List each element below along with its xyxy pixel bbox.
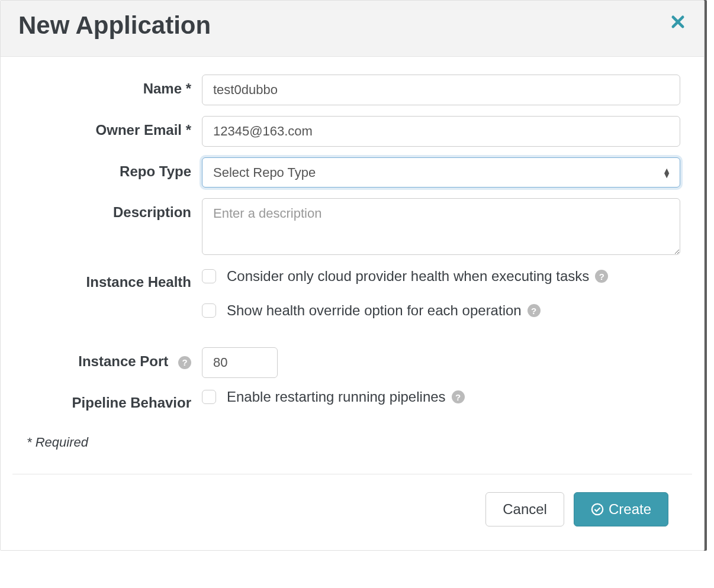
check-text-enable-restart: Enable restarting running pipelines — [227, 389, 446, 405]
help-icon[interactable]: ? — [595, 270, 608, 283]
checkbox-row-enable-restart: Enable restarting running pipelines ? — [202, 389, 680, 405]
owner-email-input[interactable] — [202, 116, 680, 147]
row-description: Description — [24, 198, 680, 257]
row-pipeline-behavior: Pipeline Behavior Enable restarting runn… — [24, 389, 680, 423]
label-instance-health: Instance Health — [24, 268, 202, 290]
help-icon[interactable]: ? — [528, 304, 541, 317]
check-text-cloud-health: Consider only cloud provider health when… — [227, 268, 589, 285]
check-text-show-override: Show health override option for each ope… — [227, 302, 522, 319]
checkbox-enable-restart[interactable] — [202, 390, 216, 404]
row-repo-type: Repo Type Select Repo Type ▲▼ — [24, 157, 680, 188]
help-icon[interactable]: ? — [178, 356, 191, 369]
row-instance-port: Instance Port ? — [24, 347, 680, 378]
row-name: Name * — [24, 75, 680, 105]
checkbox-show-override[interactable] — [202, 303, 216, 318]
label-instance-port: Instance Port ? — [24, 347, 202, 370]
modal-title: New Application — [18, 11, 686, 40]
checkbox-row-show-override: Show health override option for each ope… — [202, 302, 680, 319]
label-description: Description — [24, 198, 202, 221]
checkbox-cloud-health[interactable] — [202, 269, 216, 283]
create-button-label: Create — [609, 501, 651, 518]
repo-type-select[interactable]: Select Repo Type — [202, 157, 680, 188]
label-owner-email: Owner Email * — [24, 116, 202, 138]
label-instance-port-text: Instance Port — [78, 353, 168, 369]
name-input[interactable] — [202, 75, 680, 105]
help-icon[interactable]: ? — [452, 390, 465, 403]
row-owner-email: Owner Email * — [24, 116, 680, 147]
label-name: Name * — [24, 75, 202, 97]
check-label-enable-restart: Enable restarting running pipelines ? — [227, 389, 465, 405]
check-circle-icon — [591, 503, 604, 516]
check-label-show-override: Show health override option for each ope… — [227, 302, 541, 319]
check-label-cloud-health: Consider only cloud provider health when… — [227, 268, 608, 285]
instance-port-input[interactable] — [202, 347, 278, 378]
new-application-modal: New Application Name * Owner Email * Rep… — [0, 0, 705, 551]
modal-header: New Application — [1, 1, 704, 57]
label-repo-type: Repo Type — [24, 157, 202, 180]
modal-footer: Cancel Create — [12, 474, 692, 550]
checkbox-row-cloud-health: Consider only cloud provider health when… — [202, 268, 680, 285]
description-textarea[interactable] — [202, 198, 680, 255]
label-pipeline-behavior: Pipeline Behavior — [24, 389, 202, 411]
row-instance-health: Instance Health Consider only cloud prov… — [24, 268, 680, 337]
modal-body: Name * Owner Email * Repo Type Select Re… — [1, 57, 704, 474]
create-button[interactable]: Create — [574, 492, 668, 526]
close-icon[interactable] — [670, 12, 686, 34]
required-note: * Required — [27, 435, 680, 450]
svg-point-2 — [592, 504, 603, 515]
cancel-button[interactable]: Cancel — [485, 492, 564, 526]
